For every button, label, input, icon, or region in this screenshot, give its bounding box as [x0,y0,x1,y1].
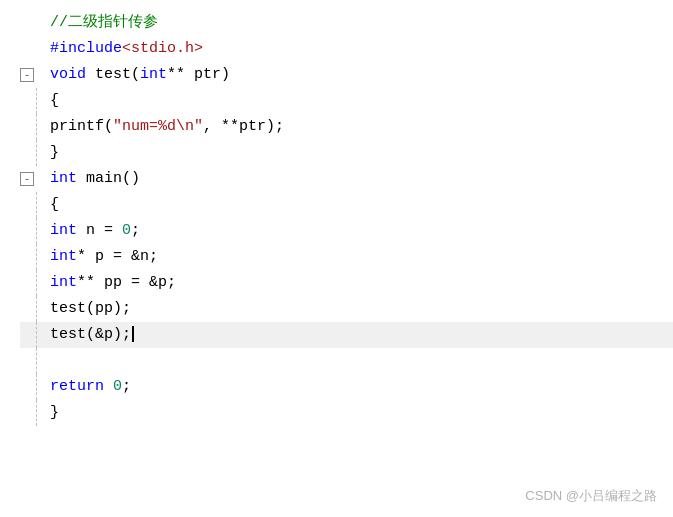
code-container: //二级指针传参#include<stdio.h>-void test(int*… [0,0,673,517]
line-content: test(&p); [50,322,134,348]
line-content: } [50,400,59,426]
indent-vline [36,400,50,426]
code-line-11: int** pp = &p; [20,270,673,296]
line-content: #include<stdio.h> [50,36,203,62]
collapse-icon[interactable]: - [20,68,34,82]
code-line-4: { [20,88,673,114]
collapse-icon[interactable]: - [20,172,34,186]
line-content: void test(int** ptr) [50,62,230,88]
line-content: { [50,88,59,114]
line-content: } [50,140,59,166]
indent-vline [36,244,50,270]
indent-vline [36,270,50,296]
indent-vline [36,374,50,400]
code-line-6: } [20,140,673,166]
line-content: int** pp = &p; [50,270,176,296]
line-content: printf("num=%d\n", **ptr); [50,114,284,140]
line-content: test(pp); [50,296,131,322]
line-content: int main() [50,166,140,192]
code-line-1: //二级指针传参 [20,10,673,36]
code-block: //二级指针传参#include<stdio.h>-void test(int*… [0,10,673,426]
text-cursor [132,326,134,342]
code-line-13: test(&p); [20,322,673,348]
code-line-3: -void test(int** ptr) [20,62,673,88]
indent-vline [36,348,50,374]
code-line-15: return 0; [20,374,673,400]
watermark: CSDN @小吕编程之路 [525,487,657,505]
line-content: return 0; [50,374,131,400]
indent-vline [36,296,50,322]
code-line-8: { [20,192,673,218]
line-content: //二级指针传参 [50,10,158,36]
indent-vline [36,88,50,114]
code-line-9: int n = 0; [20,218,673,244]
code-line-5: printf("num=%d\n", **ptr); [20,114,673,140]
line-content: { [50,192,59,218]
code-line-14 [20,348,673,374]
line-content: int* p = &n; [50,244,158,270]
indent-vline [36,114,50,140]
line-content: int n = 0; [50,218,140,244]
code-line-7: -int main() [20,166,673,192]
indent-vline [36,140,50,166]
code-line-12: test(pp); [20,296,673,322]
code-line-16: } [20,400,673,426]
indent-vline [36,218,50,244]
code-line-2: #include<stdio.h> [20,36,673,62]
code-line-10: int* p = &n; [20,244,673,270]
indent-vline [36,322,50,348]
indent-vline [36,192,50,218]
